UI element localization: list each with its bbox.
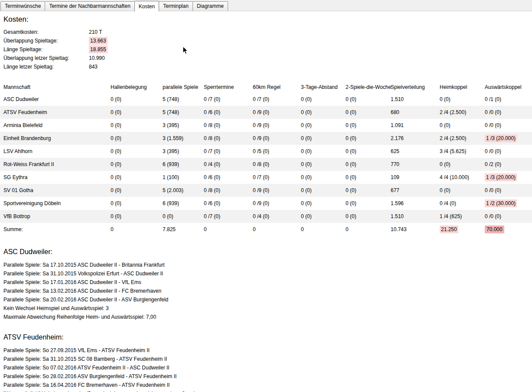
value-cell: 0 (0) xyxy=(163,213,204,219)
value-cell: 5 (2.003) xyxy=(163,187,204,193)
value-cell: 0 /8 (0) xyxy=(204,187,253,193)
value-cell: 1 /3 (20.000) xyxy=(485,135,532,141)
value-cell: 0 /8 (0) xyxy=(204,122,253,128)
detail-line: Parallele Spiele: Sa 31.10.2015 SC 08 Ba… xyxy=(3,355,532,363)
value-cell: 0 (0) xyxy=(111,187,163,193)
team-name-cell: Arminia Bielefeld xyxy=(0,122,111,128)
summary-value: 13.663 xyxy=(89,37,108,45)
value-cell: 0 /4 (0) xyxy=(253,213,301,219)
value-cell: 1.091 xyxy=(391,122,440,128)
value-cell: 0 (0) xyxy=(301,161,346,167)
table-row: Arminia Bielefeld0 (0)3 (395)0 /8 (0)0 /… xyxy=(0,119,532,132)
tab-bar: TerminwünscheTermine der Nachbarmannscha… xyxy=(0,0,532,11)
value-cell: 0 /9 (0) xyxy=(253,187,301,193)
value-cell: 770 xyxy=(391,161,440,167)
team-detail-section-atsv-feudenheim: ATSV Feudenheim:Parallele Spiele: So 27.… xyxy=(0,333,532,392)
total-value-cell: 0 xyxy=(346,226,391,232)
value-cell: 0 (0) xyxy=(111,213,163,219)
value-cell: 0 (0) xyxy=(301,187,346,193)
team-name-cell: SV 01 Gotha xyxy=(0,187,111,193)
detail-line: Parallele Spiele: Sa 20.02.2016 ASC Dudw… xyxy=(3,295,532,304)
detail-line: Parallele Spiele: So 07.02.2016 ATSV Feu… xyxy=(3,363,532,372)
value-cell: 0 /7 (0) xyxy=(253,174,301,180)
total-value-cell: 0 xyxy=(253,226,301,232)
value-cell: 0 (0) xyxy=(301,174,346,180)
team-name-cell: Rot-Weiss Frankfurt II xyxy=(0,161,111,167)
value-cell: 3 (395) xyxy=(163,122,204,128)
value-cell: 0 (0) xyxy=(301,109,346,115)
team-detail-section-asc-dudweiler: ASC Dudweiler:Parallele Spiele: Sa 17.10… xyxy=(0,248,532,321)
detail-sections: ASC Dudweiler:Parallele Spiele: Sa 17.10… xyxy=(0,248,532,392)
value-cell: 1 /4 (625) xyxy=(440,213,485,219)
summary-row: Länge letzer Spieltag:843 xyxy=(3,62,532,71)
value-cell: 0 /7 (0) xyxy=(204,96,253,102)
detail-line: Parallele Spiele: Sa 16.04.2016 FC Breme… xyxy=(3,381,532,389)
value-cell: 0 /7 (0) xyxy=(253,96,301,102)
table-total-row: Summe:07.825000010.74321.25070.000 xyxy=(0,223,532,236)
value-cell: 0 (0) xyxy=(440,187,485,193)
section-title: ATSV Feudenheim: xyxy=(3,333,532,341)
column-header-ausw-rtskoppel: Auswärtskoppel xyxy=(485,84,532,90)
detail-line: Parallele Spiele: Sa 31.10.2015 Volkspol… xyxy=(3,269,532,278)
value-cell: 0 (0) xyxy=(111,200,163,206)
value-cell: 3 (1.559) xyxy=(163,135,204,141)
table-row: Einheit Brandenburg0 (0)3 (1.559)0 /8 (0… xyxy=(0,132,532,145)
value-cell: 4 /4 (10.000) xyxy=(440,174,485,180)
summary-label: Überlappung Spieltage: xyxy=(3,38,89,44)
column-header-parallele-spiele: parallele Spiele xyxy=(163,84,204,90)
value-cell: 1 /3 (20.000) xyxy=(485,174,532,180)
value-cell: 2 /4 (2.500) xyxy=(440,135,485,141)
tab-diagramme[interactable]: Diagramme xyxy=(193,1,228,11)
value-cell: 0 /0 (0) xyxy=(485,148,532,154)
detail-line: Parallele Spiele: So 17.01.2016 ASC Dudw… xyxy=(3,278,532,287)
value-cell: 0 /0 (0) xyxy=(485,122,532,128)
value-cell: 109 xyxy=(391,174,440,180)
value-cell: 0 (0) xyxy=(111,148,163,154)
highlighted-value: 1 /3 (20.000) xyxy=(485,134,517,142)
highlighted-total-value: 70.000 xyxy=(485,225,504,233)
highlighted-total-value: 21.250 xyxy=(440,225,458,233)
total-value-cell: 0 xyxy=(111,226,163,232)
value-cell: 0 (0) xyxy=(111,174,163,180)
page-title: Kosten: xyxy=(3,15,532,24)
value-cell: 6 (939) xyxy=(163,161,204,167)
value-cell: 0 /7 (0) xyxy=(204,213,253,219)
value-cell: 0 (0) xyxy=(301,148,346,154)
column-header-hallenbelegung: Hallenbelegung xyxy=(111,84,163,90)
detail-line: Parallele Spiele: So 28.02.2016 ASV Burg… xyxy=(3,372,532,381)
tab-termine-der-nachbarmannschaften[interactable]: Termine der Nachbarmannschaften xyxy=(45,1,134,11)
table-row: SG Eythra0 (0)1 (100)0 /6 (0)0 /7 (0)0 (… xyxy=(0,171,532,184)
value-cell: 0 /6 (0) xyxy=(204,200,253,206)
value-cell: 0 (0) xyxy=(440,122,485,128)
value-cell: 0 /5 (0) xyxy=(253,148,301,154)
detail-line: "Wenn möglich" Heimkoppeltermine/Doppels… xyxy=(3,389,532,392)
column-header-mannschaft: Mannschaft xyxy=(0,84,111,90)
value-cell: 6 (939) xyxy=(163,200,204,206)
cost-table: MannschaftHallenbelegungparallele Spiele… xyxy=(0,82,532,236)
value-cell: 0 (0) xyxy=(111,109,163,115)
value-cell: 3 /4 (5.625) xyxy=(440,148,485,154)
table-row: ASC Dudweiler0 (0)5 (748)0 /7 (0)0 /7 (0… xyxy=(0,93,532,106)
value-cell: 0 (0) xyxy=(346,109,391,115)
value-cell: 0 /8 (0) xyxy=(253,161,301,167)
total-value-cell: 70.000 xyxy=(485,226,532,232)
team-name-cell: LSV Ahlhorn xyxy=(0,148,111,154)
summary-value: 843 xyxy=(89,64,98,70)
value-cell: 0 (0) xyxy=(301,96,346,102)
value-cell: 0 (0) xyxy=(111,122,163,128)
summary-row: Überlappung Spieltage:13.663 xyxy=(3,36,532,45)
value-cell: 0 /4 (0) xyxy=(440,200,485,206)
tab-terminplan[interactable]: Terminplan xyxy=(159,1,193,11)
value-cell: 0 /4 (0) xyxy=(204,161,253,167)
value-cell: 0 /0 (0) xyxy=(485,187,532,193)
tab-terminw-nsche[interactable]: Terminwünsche xyxy=(0,1,45,11)
highlighted-value: 1 /2 (30.000) xyxy=(485,199,517,207)
total-value-cell: 0 xyxy=(204,226,253,232)
summary-row: Überlappung letzer Spieltag:10.990 xyxy=(3,54,532,62)
value-cell: 1 (100) xyxy=(163,174,204,180)
team-name-cell: VfB Bottrop xyxy=(0,213,111,219)
value-cell: 0 /9 (0) xyxy=(253,135,301,141)
tab-kosten[interactable]: Kosten xyxy=(134,1,159,11)
value-cell: 0 (0) xyxy=(346,200,391,206)
value-cell: 5 (748) xyxy=(163,96,204,102)
